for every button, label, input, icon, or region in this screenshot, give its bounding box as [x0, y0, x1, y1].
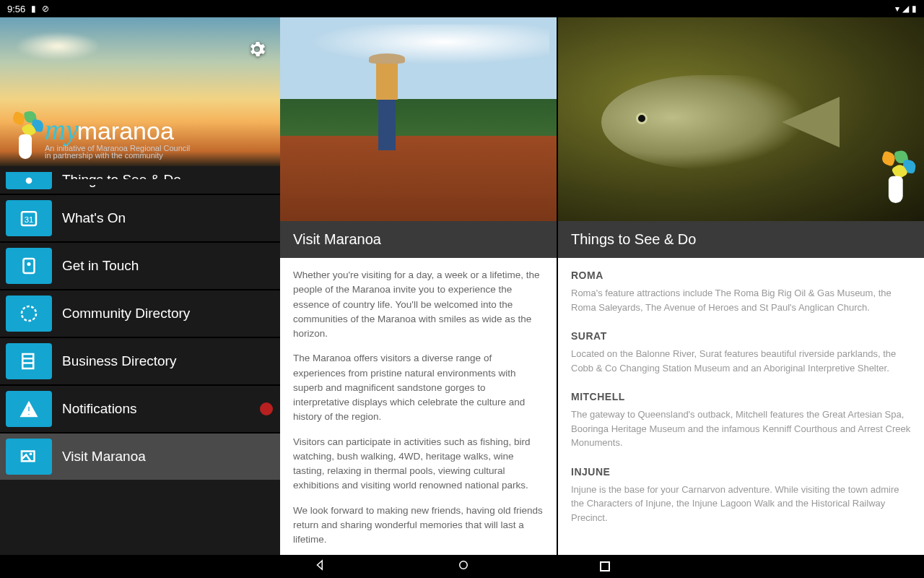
svg-point-12	[30, 452, 32, 455]
svg-point-13	[460, 561, 468, 569]
sidebar-item-notifications[interactable]: Notifications	[0, 384, 280, 432]
region-name: MITCHELL	[571, 389, 911, 405]
android-navbar	[0, 555, 924, 578]
home-button[interactable]	[457, 558, 470, 574]
visit-para: Whether you're visiting for a day, a wee…	[293, 268, 544, 341]
region-desc: The gateway to Queensland's outback, Mit…	[571, 407, 911, 450]
region-mitchell[interactable]: MITCHELL The gateway to Queensland's out…	[571, 389, 911, 450]
region-injune[interactable]: INJUNE Injune is the base for your Carna…	[571, 465, 911, 525]
notification-badge	[260, 402, 273, 415]
battery-small-icon: ▮	[31, 4, 36, 14]
sidebar-item-business[interactable]: Business Directory	[0, 337, 280, 384]
recent-button[interactable]	[600, 561, 610, 571]
back-button[interactable]	[314, 558, 327, 574]
sidebar-item-label: Visit Maranoa	[62, 449, 146, 465]
region-name: SURAT	[571, 329, 911, 344]
banner-sky	[14, 32, 101, 61]
svg-rect-9	[28, 406, 30, 412]
visit-para: Visitors can participate in activities s…	[293, 435, 544, 493]
calendar-icon: 31	[6, 200, 52, 236]
status-time: 9:56	[7, 4, 25, 14]
visit-para: We look forward to making new friends, h…	[293, 504, 544, 548]
business-icon	[6, 343, 52, 379]
eye-icon	[6, 172, 52, 189]
sidebar-item-getintouch[interactable]: Get in Touch	[0, 241, 280, 289]
nav-list: Things to See & Do 31 What's On Get in T…	[0, 171, 280, 555]
region-desc: Injune is the base for your Carnarvon ad…	[571, 483, 911, 525]
svg-point-4	[27, 262, 31, 266]
man-figure	[367, 53, 407, 162]
logo-my: my	[45, 113, 79, 146]
things-hero-image	[558, 17, 924, 221]
sidebar-item-visit[interactable]: Visit Maranoa	[0, 432, 280, 480]
sidebar-banner: mymaranoa An initiative of Maranoa Regio…	[0, 17, 280, 166]
svg-rect-6	[22, 354, 33, 368]
sidebar: mymaranoa An initiative of Maranoa Regio…	[0, 17, 280, 555]
svg-text:31: 31	[25, 215, 34, 224]
region-desc: Roma's feature attractions include The R…	[571, 286, 911, 314]
no-sim-icon: ⊘	[42, 4, 49, 14]
svg-point-0	[26, 178, 32, 184]
fish-figure	[601, 75, 803, 169]
wifi-icon: ▾	[895, 4, 899, 14]
corner-logo-icon	[879, 153, 915, 204]
region-desc: Located on the Balonne River, Surat feat…	[571, 347, 911, 375]
things-body[interactable]: ROMA Roma's feature attractions include …	[558, 258, 924, 555]
photo-icon	[6, 439, 52, 475]
visit-column: Visit Maranoa Whether you're visiting fo…	[280, 17, 558, 555]
region-name: ROMA	[571, 268, 911, 283]
region-surat[interactable]: SURAT Located on the Balonne River, Sura…	[571, 329, 911, 375]
visit-body[interactable]: Whether you're visiting for a day, a wee…	[280, 258, 557, 555]
things-header: Things to See & Do	[558, 221, 924, 258]
visit-hero-image	[280, 17, 557, 221]
signal-icon: ◢	[902, 4, 909, 14]
app-frame: mymaranoa An initiative of Maranoa Regio…	[0, 17, 924, 555]
svg-point-5	[22, 306, 36, 321]
content-area: Visit Maranoa Whether you're visiting fo…	[280, 17, 924, 555]
sidebar-item-label: What's On	[62, 210, 126, 226]
sidebar-item-community[interactable]: Community Directory	[0, 289, 280, 337]
sidebar-item-label: Business Directory	[62, 353, 176, 369]
region-name: INJUNE	[571, 465, 911, 480]
sidebar-item-label: Things to See & Do	[62, 172, 181, 188]
app-logo: mymaranoa An initiative of Maranoa Regio…	[9, 111, 190, 162]
things-column: Things to See & Do ROMA Roma's feature a…	[558, 17, 924, 555]
alert-icon	[6, 391, 52, 427]
visit-para: The Maranoa offers visitors a diverse ra…	[293, 351, 544, 424]
sidebar-item-things[interactable]: Things to See & Do	[0, 171, 280, 194]
sidebar-item-label: Notifications	[62, 401, 137, 417]
sidebar-item-label: Community Directory	[62, 306, 190, 322]
visit-header: Visit Maranoa	[280, 221, 557, 258]
battery-icon: ▮	[912, 4, 917, 14]
logo-tree-icon	[9, 111, 45, 162]
status-bar: 9:56 ▮ ⊘ ▾ ◢ ▮	[0, 0, 924, 17]
logo-maranoa: maranoa	[77, 117, 174, 144]
sidebar-item-whatson[interactable]: 31 What's On	[0, 194, 280, 241]
contact-icon	[6, 248, 52, 284]
region-roma[interactable]: ROMA Roma's feature attractions include …	[571, 268, 911, 314]
gear-icon[interactable]	[247, 39, 267, 62]
community-icon	[6, 296, 52, 332]
svg-rect-10	[28, 413, 30, 415]
sidebar-item-label: Get in Touch	[62, 258, 139, 274]
